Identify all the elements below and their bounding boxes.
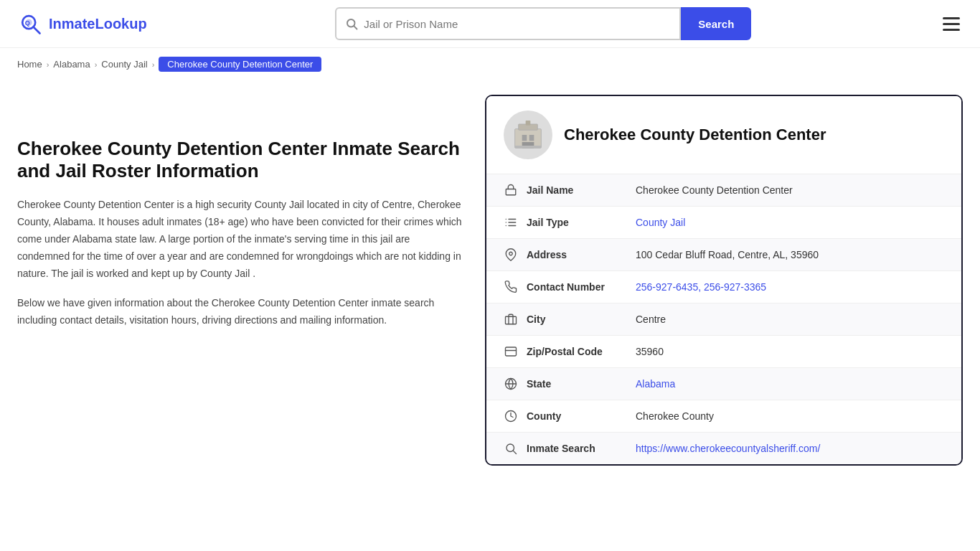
- breadcrumb-alabama[interactable]: Alabama: [53, 59, 90, 70]
- breadcrumb-county-jail[interactable]: County Jail: [101, 59, 147, 70]
- svg-line-28: [513, 451, 516, 453]
- left-column: Cherokee County Detention Center Inmate …: [17, 95, 462, 466]
- info-table: Jail Name Cherokee County Detention Cent…: [486, 174, 961, 464]
- inmate-search-value: https://www.cherokeecountyalsheriff.com/: [636, 443, 947, 454]
- city-value: Centre: [636, 314, 947, 325]
- svg-rect-21: [506, 316, 517, 324]
- breadcrumb-sep-1: ›: [47, 60, 50, 69]
- search-icon: [345, 17, 358, 30]
- svg-text:Q: Q: [25, 19, 30, 27]
- table-row: State Alabama: [486, 368, 961, 400]
- table-row: City Centre: [486, 303, 961, 336]
- zip-value: 35960: [636, 346, 947, 357]
- right-column: Cherokee County Detention Center Jail Na…: [485, 95, 963, 466]
- hamburger-menu[interactable]: [940, 14, 963, 34]
- table-row: Contact Number 256-927-6435, 256-927-336…: [486, 271, 961, 303]
- inmate-search-label: Inmate Search: [521, 443, 636, 454]
- page-title: Cherokee County Detention Center Inmate …: [17, 138, 462, 182]
- address-value: 100 Cedar Bluff Road, Centre, AL, 35960: [636, 249, 947, 260]
- state-label: State: [521, 378, 636, 390]
- county-icon: [501, 410, 521, 423]
- svg-point-20: [509, 252, 513, 255]
- state-icon: [501, 377, 521, 390]
- table-row: Jail Type County Jail: [486, 207, 961, 239]
- address-label: Address: [521, 249, 636, 260]
- logo-text: InmateLookup: [49, 16, 147, 32]
- contact-link[interactable]: 256-927-6435, 256-927-3365: [636, 281, 766, 293]
- svg-rect-11: [526, 121, 531, 126]
- logo-icon: Q: [17, 11, 43, 37]
- svg-rect-7: [522, 135, 527, 141]
- hamburger-line-1: [943, 17, 960, 19]
- type-icon: [501, 216, 521, 229]
- address-icon: [501, 248, 521, 261]
- breadcrumb-home[interactable]: Home: [17, 59, 42, 70]
- jail-type-label: Jail Type: [521, 217, 636, 228]
- zip-icon: [501, 345, 521, 358]
- breadcrumb-current: Cherokee County Detention Center: [159, 57, 321, 72]
- main-content: Cherokee County Detention Center Inmate …: [0, 80, 980, 480]
- svg-rect-12: [515, 146, 542, 148]
- jail-name-label: Jail Name: [521, 184, 636, 196]
- svg-line-5: [354, 26, 357, 29]
- table-row: Inmate Search https://www.cherokeecounty…: [486, 433, 961, 464]
- svg-line-1: [34, 27, 40, 34]
- county-value: Cherokee County: [636, 410, 947, 422]
- state-link[interactable]: Alabama: [636, 378, 675, 390]
- description-1: Cherokee County Detention Center is a hi…: [17, 197, 462, 282]
- city-icon: [501, 313, 521, 326]
- hamburger-line-3: [943, 29, 960, 31]
- facility-image: [504, 110, 552, 159]
- svg-rect-22: [506, 347, 517, 356]
- card-title: Cherokee County Detention Center: [564, 126, 826, 144]
- jail-type-link[interactable]: County Jail: [636, 217, 685, 228]
- table-row: Address 100 Cedar Bluff Road, Centre, AL…: [486, 239, 961, 271]
- table-row: County Cherokee County: [486, 400, 961, 433]
- card-header: Cherokee County Detention Center: [486, 96, 961, 174]
- contact-label: Contact Number: [521, 281, 636, 293]
- info-card: Cherokee County Detention Center Jail Na…: [485, 95, 963, 466]
- search-button[interactable]: Search: [681, 7, 751, 40]
- hamburger-line-2: [943, 23, 960, 25]
- jail-type-value: County Jail: [636, 217, 947, 228]
- logo-link[interactable]: Q InmateLookup: [17, 11, 147, 37]
- inmate-search-icon: [501, 442, 521, 455]
- zip-label: Zip/Postal Code: [521, 346, 636, 357]
- table-row: Zip/Postal Code 35960: [486, 336, 961, 368]
- svg-rect-8: [529, 135, 534, 141]
- breadcrumb-sep-3: ›: [152, 60, 155, 69]
- table-row: Jail Name Cherokee County Detention Cent…: [486, 174, 961, 207]
- contact-value: 256-927-6435, 256-927-3365: [636, 281, 947, 293]
- state-value: Alabama: [636, 378, 947, 390]
- svg-rect-13: [506, 189, 516, 195]
- search-wrapper: [335, 7, 681, 40]
- jail-icon: [501, 184, 521, 197]
- inmate-search-link[interactable]: https://www.cherokeecountyalsheriff.com/: [636, 443, 820, 454]
- county-label: County: [521, 410, 636, 422]
- breadcrumb: Home › Alabama › County Jail › Cherokee …: [0, 48, 980, 80]
- search-input[interactable]: [364, 18, 671, 30]
- jail-name-value: Cherokee County Detention Center: [636, 184, 947, 196]
- phone-icon: [501, 281, 521, 293]
- breadcrumb-sep-2: ›: [95, 60, 98, 69]
- facility-building-icon: [510, 117, 546, 153]
- search-area: Search: [335, 7, 751, 40]
- description-2: Below we have given information about th…: [17, 295, 462, 329]
- header: Q InmateLookup Search: [0, 0, 980, 48]
- city-label: City: [521, 314, 636, 325]
